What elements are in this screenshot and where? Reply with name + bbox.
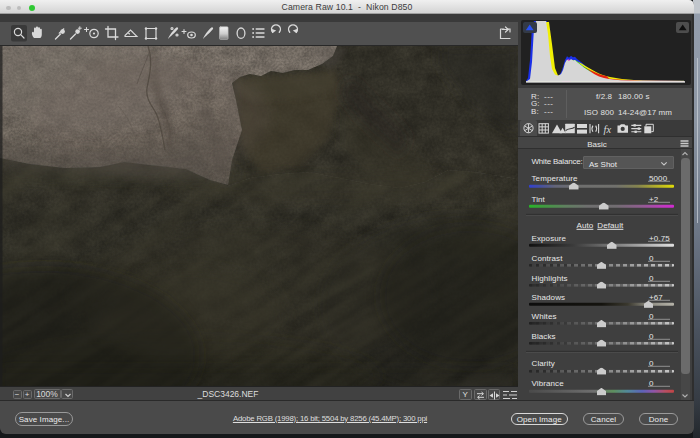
svg-text:fx: fx (604, 124, 612, 135)
